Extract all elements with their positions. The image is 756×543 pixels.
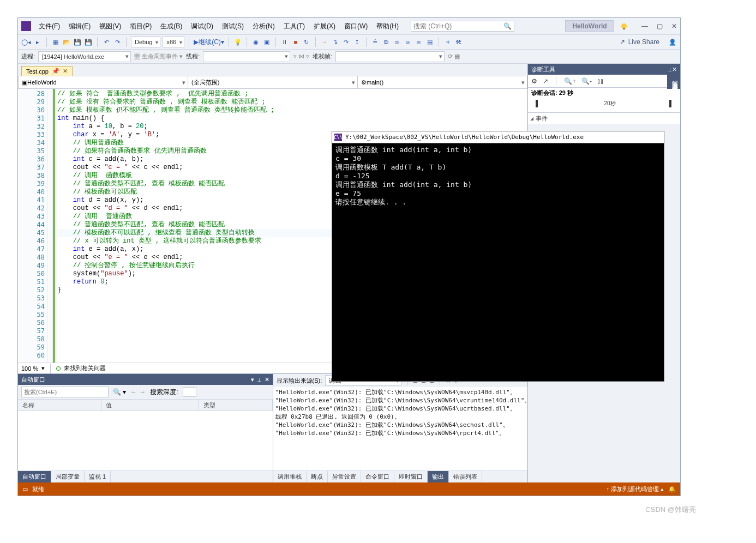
tool-icon[interactable]: 🛠 <box>454 37 463 47</box>
maximize-button[interactable]: ▢ <box>657 22 663 30</box>
diag-zoom-out-icon[interactable]: 🔍- <box>581 77 592 85</box>
save-all-button[interactable]: 💾 <box>84 37 93 47</box>
menu-item[interactable]: 项目(P) <box>128 21 154 32</box>
autos-header: 自动窗口 ▾⟂✕ <box>18 374 273 385</box>
diag-close-icon[interactable]: ✕ <box>672 66 677 73</box>
stackframe-combo[interactable] <box>335 51 445 62</box>
diag-chart-icon[interactable]: ⫿⫿ <box>597 77 604 85</box>
autos-col-header[interactable]: 值 <box>101 400 199 411</box>
output-text[interactable]: "HelloWorld.exe"(Win32): 已加载"C:\Windows\… <box>273 387 528 470</box>
redo-button[interactable]: ↷ <box>113 37 122 47</box>
t6-icon[interactable]: ▤ <box>425 37 434 47</box>
back-button[interactable]: ◯◂ <box>21 37 31 47</box>
pane-dropdown-icon[interactable]: ▾ <box>251 376 254 383</box>
autos-grid[interactable] <box>18 411 273 470</box>
watermark: CSDN @韩曙亮 <box>645 505 696 515</box>
bottom-tab[interactable]: 断点 <box>307 471 328 482</box>
diag-events-section[interactable]: 事件 <box>528 113 680 124</box>
feedback-icon[interactable] <box>620 22 628 31</box>
diag-pin-icon[interactable]: ⟂ <box>668 66 672 73</box>
thread-label: 线程: <box>186 52 200 61</box>
scope-context[interactable]: (全局范围) <box>188 76 358 88</box>
platform-combo[interactable]: x86 <box>163 37 184 47</box>
menu-item[interactable]: 窗口(W) <box>342 21 370 32</box>
menu-item[interactable]: 生成(B) <box>158 21 184 32</box>
config-combo[interactable]: Debug <box>131 37 160 47</box>
restart-button[interactable]: ↻ <box>302 37 311 47</box>
undo-button[interactable]: ↶ <box>102 37 111 47</box>
menu-item[interactable]: 编辑(E) <box>67 21 93 32</box>
menu-item[interactable]: 视图(V) <box>97 21 123 32</box>
search-input[interactable]: 搜索 (Ctrl+Q)🔍 <box>411 21 514 32</box>
menu-item[interactable]: 测试(S) <box>220 21 246 32</box>
bottom-tab[interactable]: 异常设置 <box>328 471 361 482</box>
t4-icon[interactable]: ⧇ <box>404 37 412 47</box>
step-out-icon[interactable]: ↥ <box>353 37 362 47</box>
search-prev-icon[interactable]: ← <box>130 388 137 396</box>
diag-zoom-in-icon[interactable]: 🔍+ <box>564 77 576 85</box>
svg-point-0 <box>621 23 627 29</box>
step-over-icon[interactable]: ↷ <box>342 37 351 47</box>
pane-pin-icon[interactable]: ⟂ <box>257 376 261 383</box>
stop-button[interactable]: ■ <box>291 37 300 47</box>
minimize-button[interactable]: — <box>641 22 648 30</box>
live-share-button[interactable]: ↗ Live Share <box>620 38 659 46</box>
navigation-bar: ▣ HelloWorld (全局范围) ⚙ main() <box>18 76 527 89</box>
pin-icon[interactable]: 📌 <box>52 68 59 75</box>
solution-explorer-tab[interactable]: 解决方案资源管理器 <box>667 73 680 89</box>
t2-icon[interactable]: ⧉ <box>382 37 391 47</box>
menu-item[interactable]: 文件(F) <box>37 21 62 32</box>
diag-settings-icon[interactable]: ⚙ <box>531 77 537 85</box>
open-button[interactable]: 📂 <box>62 37 71 47</box>
screenshot-icon[interactable]: ◉ <box>251 37 260 47</box>
menu-item[interactable]: 调试(D) <box>189 21 215 32</box>
function-context[interactable]: ⚙ main() <box>358 76 527 88</box>
bottom-tab[interactable]: 输出 <box>428 471 449 482</box>
bottom-tab[interactable]: 监视 1 <box>85 471 111 482</box>
scm-add-button[interactable]: ↑ 添加到源代码管理 ▴ <box>606 485 664 493</box>
bottom-tab[interactable]: 即时窗口 <box>394 471 428 482</box>
hex-icon[interactable]: ⌗ <box>443 37 452 47</box>
bottom-tab[interactable]: 局部变量 <box>51 471 85 482</box>
t1-icon[interactable]: ≟ <box>371 37 380 47</box>
diag-timeline[interactable]: 20秒 <box>528 99 680 113</box>
menu-item[interactable]: 工具(T) <box>281 21 307 32</box>
bottom-tab[interactable]: 错误列表 <box>449 471 482 482</box>
new-button[interactable]: ▦ <box>51 37 60 47</box>
pause-button[interactable]: ⏸ <box>280 37 289 47</box>
forward-button[interactable]: ▸ <box>33 37 42 47</box>
close-icon[interactable]: ✕ <box>63 68 68 75</box>
continue-button[interactable]: ▶ 继续(C) ▾ <box>194 37 224 47</box>
search-depth-combo[interactable] <box>183 387 196 397</box>
autos-col-header[interactable]: 名称 <box>18 400 101 411</box>
notifications-icon[interactable]: 🔔 <box>668 486 676 493</box>
menu-item[interactable]: 帮助(H) <box>374 21 401 32</box>
process-combo[interactable]: [19424] HelloWorld.exe <box>38 51 131 62</box>
step-into-icon[interactable]: ↴ <box>331 37 340 47</box>
bottom-tab[interactable]: 自动窗口 <box>18 471 51 482</box>
autos-search-input[interactable] <box>21 387 109 397</box>
nav-icon[interactable]: ▣ <box>262 37 271 47</box>
bottom-tab[interactable]: 调用堆栈 <box>273 471 307 482</box>
tab-test-cpp[interactable]: Test.cpp📌✕ <box>21 66 73 76</box>
bottom-tab[interactable]: 命令窗口 <box>361 471 394 482</box>
zoom-level[interactable]: 100 % <box>21 365 38 372</box>
account-icon[interactable]: 👤 <box>668 37 677 47</box>
diag-expand-icon[interactable]: ↗ <box>543 77 548 85</box>
t5-icon[interactable]: ⧆ <box>415 37 423 47</box>
t3-icon[interactable]: ⧈ <box>393 37 401 47</box>
menu-item[interactable]: 扩展(X) <box>311 21 338 32</box>
search-next-icon[interactable]: → <box>139 388 146 396</box>
console-window[interactable]: C\\ Y:\002_WorkSpace\002_VS\HelloWorld\H… <box>332 131 664 382</box>
lightbulb-icon[interactable]: 💡 <box>233 37 242 47</box>
autos-col-header[interactable]: 类型 <box>199 400 273 411</box>
show-next-stmt-icon[interactable]: → <box>320 37 329 47</box>
save-button[interactable]: 💾 <box>73 37 82 47</box>
console-app-icon: C\\ <box>334 134 342 141</box>
thread-combo[interactable] <box>203 51 290 62</box>
solution-selector[interactable]: HelloWorld <box>565 20 614 32</box>
menu-item[interactable]: 分析(N) <box>250 21 277 32</box>
pane-close-icon[interactable]: ✕ <box>265 376 269 383</box>
project-context[interactable]: ▣ HelloWorld <box>19 76 188 88</box>
close-button[interactable]: ✕ <box>671 22 677 30</box>
